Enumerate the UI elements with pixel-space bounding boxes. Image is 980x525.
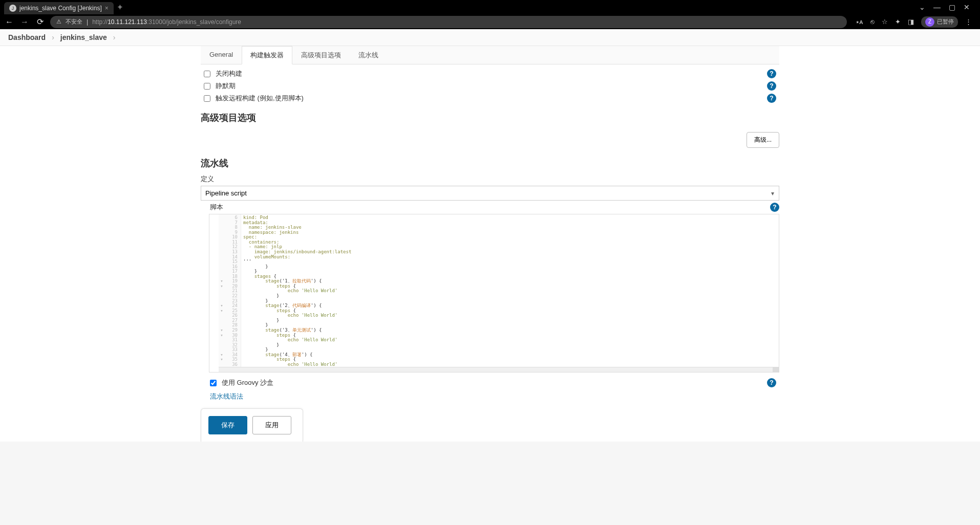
help-icon[interactable]: ? [767, 81, 776, 91]
menu-icon[interactable]: ⋮ [965, 18, 972, 26]
translate-icon[interactable]: ⭑ᴀ [856, 18, 863, 26]
toolbar-right: ⭑ᴀ ⎋ ☆ ✦ ◨ Z 已暂停 ⋮ [852, 16, 976, 28]
tab-general[interactable]: General [201, 46, 242, 64]
url-field[interactable]: ⚠ 不安全 | http://10.11.121.113:31000/job/j… [50, 16, 847, 28]
close-build-checkbox[interactable] [204, 71, 210, 77]
address-bar: ← → ⟳ ⚠ 不安全 | http://10.11.121.113:31000… [0, 14, 980, 29]
jenkins-page: Dashboard › jenkins_slave › General 构建触发… [0, 29, 980, 442]
editor-scrollbar[interactable] [219, 367, 779, 372]
help-icon[interactable]: ? [767, 94, 776, 103]
tab-advanced-options[interactable]: 高级项目选项 [292, 46, 350, 64]
minimize-icon[interactable]: — [933, 3, 941, 11]
help-icon[interactable]: ? [767, 69, 776, 78]
editor-code[interactable]: kind: Pod metadata: name: jenkins-slave … [241, 214, 779, 367]
breadcrumb-sep: › [52, 33, 54, 41]
pipeline-heading: 流水线 [201, 153, 779, 172]
side-panel-icon[interactable]: ◨ [908, 18, 914, 26]
editor-gutter: 6 7 8 9 10 11 12 13 14 15 16 17 18 19 20… [225, 214, 241, 367]
remote-trigger-label[interactable]: 触发远程构建 (例如,使用脚本) [216, 94, 762, 103]
help-icon[interactable]: ? [770, 203, 779, 212]
chevron-down-icon[interactable]: ⌄ [919, 3, 925, 11]
script-label: 脚本 [201, 203, 765, 212]
paused-label: 已暂停 [937, 18, 954, 26]
window-controls: ⌄ — ▢ ✕ [919, 3, 976, 11]
config-form: General 构建触发器 高级项目选项 流水线 关闭构建 ? 静默期 ? [201, 46, 779, 442]
advanced-project-options-heading: 高级项目选项 [201, 107, 779, 127]
avatar-icon: Z [925, 17, 934, 27]
breadcrumb-job[interactable]: jenkins_slave [60, 33, 107, 41]
tab-title: jenkins_slave Config [Jenkins] [19, 5, 102, 12]
quiet-period-label[interactable]: 静默期 [216, 81, 762, 91]
footer-actions: 保存 应用 [201, 408, 303, 442]
definition-label: 定义 [201, 172, 779, 186]
breadcrumb-sep: › [113, 33, 116, 41]
definition-select[interactable]: Pipeline script [201, 186, 779, 201]
breadcrumb-dashboard[interactable]: Dashboard [8, 33, 46, 41]
forward-button[interactable]: → [19, 17, 30, 27]
tab-build-triggers[interactable]: 构建触发器 [242, 46, 292, 64]
pipeline-syntax-link[interactable]: 流水线语法 [210, 389, 243, 404]
close-tab-icon[interactable]: × [105, 5, 109, 12]
close-window-icon[interactable]: ✕ [964, 3, 970, 11]
script-editor: try sample Pipeline... ▾ ▾ ▾ ▾ ▾ ▾ ▾ ▾ 6… [209, 214, 779, 373]
close-build-label[interactable]: 关闭构建 [216, 69, 762, 78]
advanced-button[interactable]: 高级... [747, 132, 779, 148]
insecure-icon: ⚠ [56, 18, 61, 25]
bookmark-icon[interactable]: ☆ [882, 18, 888, 26]
groovy-sandbox-checkbox[interactable] [210, 380, 217, 386]
insecure-label: 不安全 [66, 18, 82, 26]
groovy-sandbox-label[interactable]: 使用 Groovy 沙盒 [222, 378, 762, 387]
reload-button[interactable]: ⟳ [35, 17, 45, 27]
extensions-icon[interactable]: ✦ [895, 18, 901, 26]
browser-chrome: J jenkins_slave Config [Jenkins] × + ⌄ —… [0, 0, 980, 29]
separator: | [87, 18, 88, 26]
quiet-period-checkbox[interactable] [204, 83, 210, 90]
share-icon[interactable]: ⎋ [870, 18, 875, 26]
remote-trigger-checkbox[interactable] [204, 95, 210, 102]
back-button[interactable]: ← [4, 17, 14, 27]
config-tabs: General 构建触发器 高级项目选项 流水线 [201, 46, 779, 64]
paused-pill[interactable]: Z 已暂停 [921, 16, 958, 28]
maximize-icon[interactable]: ▢ [949, 3, 955, 11]
save-button[interactable]: 保存 [208, 416, 247, 434]
editor-fold-gutter[interactable]: ▾ ▾ ▾ ▾ ▾ ▾ ▾ ▾ [219, 214, 225, 367]
new-tab-button[interactable]: + [118, 3, 122, 12]
breadcrumb: Dashboard › jenkins_slave › [0, 29, 980, 46]
apply-button[interactable]: 应用 [252, 416, 291, 434]
tab-pipeline[interactable]: 流水线 [350, 46, 387, 64]
tab-bar: J jenkins_slave Config [Jenkins] × + ⌄ —… [0, 0, 980, 14]
jenkins-favicon: J [9, 5, 16, 12]
help-icon[interactable]: ? [767, 378, 776, 387]
url-text: http://10.11.121.113:31000/job/jenkins_s… [92, 18, 241, 26]
browser-tab[interactable]: J jenkins_slave Config [Jenkins] × [4, 2, 114, 14]
